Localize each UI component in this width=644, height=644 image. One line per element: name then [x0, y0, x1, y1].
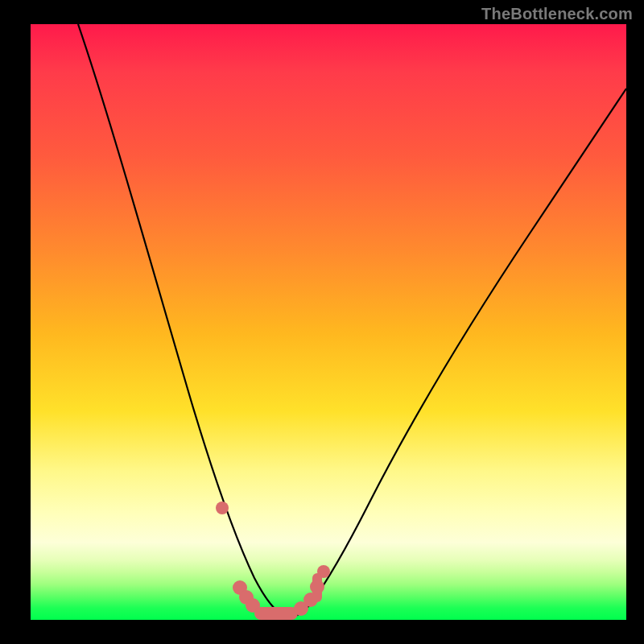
chart-frame: TheBottleneck.com — [0, 0, 644, 644]
curve-marker — [216, 502, 229, 514]
curve-marker-smear — [312, 573, 322, 602]
curve-svg — [31, 24, 626, 620]
bottleneck-curve — [78, 24, 626, 617]
plot-area — [31, 24, 626, 620]
watermark-label: TheBottleneck.com — [481, 5, 633, 23]
curve-marker-bar — [254, 607, 298, 620]
